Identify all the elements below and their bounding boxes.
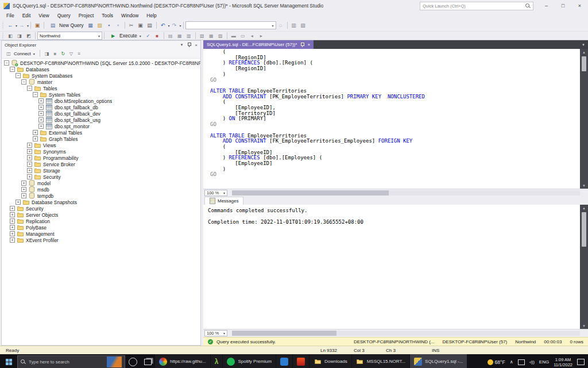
tab-close-icon[interactable]: ×: [307, 42, 310, 47]
expand-toggle[interactable]: +: [10, 218, 15, 224]
menu-help[interactable]: Help: [142, 12, 160, 20]
execute-button[interactable]: ▶Execute▾: [106, 32, 144, 39]
cut-icon[interactable]: ✂: [127, 21, 136, 29]
tree-item[interactable]: +dbo.MSreplication_options: [2, 98, 200, 104]
tree-item[interactable]: +Views: [2, 142, 200, 148]
refresh-icon[interactable]: ↻: [60, 50, 67, 57]
document-tab[interactable]: SQLQuery1.sql - DE...FC8R8NP\User (57))*…: [203, 40, 314, 49]
paste-icon[interactable]: ▤: [146, 21, 154, 29]
indent-increase-icon[interactable]: ▸: [257, 32, 265, 39]
back-icon[interactable]: ←: [6, 21, 14, 29]
display-tray-icon[interactable]: [518, 359, 525, 365]
tree-item[interactable]: +Server Objects: [2, 212, 200, 218]
cortana-button[interactable]: [125, 354, 140, 368]
comment-icon[interactable]: ▬: [230, 32, 238, 39]
messages-text[interactable]: Commands completed successfully. Complet…: [203, 205, 580, 329]
expand-toggle[interactable]: +: [21, 181, 26, 186]
menu-window[interactable]: Window: [117, 12, 142, 20]
filter-icon[interactable]: ▽: [68, 50, 75, 57]
tree-item[interactable]: +Programmability: [2, 155, 200, 161]
scrollbar-thumb[interactable]: [232, 331, 336, 336]
expand-toggle[interactable]: +: [27, 149, 32, 154]
indent-decrease-icon[interactable]: ◂: [248, 32, 256, 39]
tree-item[interactable]: +Synonyms: [2, 148, 200, 155]
tree-item[interactable]: +msdb: [2, 186, 200, 193]
expand-toggle[interactable]: +: [16, 200, 21, 205]
expand-toggle[interactable]: +: [38, 111, 44, 116]
expand-toggle[interactable]: +: [10, 206, 15, 211]
activity-monitor-icon[interactable]: ▣: [33, 21, 41, 29]
collapse-toggle[interactable]: −: [21, 79, 26, 85]
expand-toggle[interactable]: +: [27, 143, 32, 148]
tree-item[interactable]: +XEvent Profiler: [2, 237, 200, 243]
tree-item[interactable]: +dbo.spt_monitor: [2, 123, 200, 129]
chevron-down-icon[interactable]: ▼: [180, 43, 183, 47]
expand-toggle[interactable]: +: [27, 174, 32, 179]
disconnect-icon[interactable]: ◨: [44, 50, 51, 57]
taskbar-app-button[interactable]: https://raw.githu...: [155, 354, 210, 368]
back-dropdown-icon[interactable]: ▾: [16, 24, 17, 28]
taskbar-app-button[interactable]: Downloads: [310, 354, 351, 368]
undo-dropdown-icon[interactable]: ▾: [168, 24, 170, 28]
scroll-down-icon[interactable]: ▼: [582, 182, 586, 189]
redo-dropdown-icon[interactable]: ▾: [180, 24, 181, 28]
tree-item[interactable]: +PolyBase: [2, 224, 200, 231]
taskbar-app-button[interactable]: SQLQuery1.sql -...: [410, 354, 467, 368]
generic-combo[interactable]: ▾: [185, 21, 276, 29]
tree-item[interactable]: +Security: [2, 174, 200, 180]
save-icon[interactable]: ▪: [105, 21, 113, 29]
open-file-icon[interactable]: ▨: [96, 21, 104, 29]
scrollbar-thumb[interactable]: [582, 56, 586, 71]
taskbar-app-button[interactable]: λ: [211, 354, 223, 368]
connect-icon[interactable]: ◧: [6, 32, 14, 39]
action-center-icon[interactable]: [577, 359, 585, 365]
disconnect-icon[interactable]: ◨: [16, 32, 24, 39]
collapse-toggle[interactable]: −: [4, 60, 9, 66]
start-button[interactable]: [0, 354, 17, 368]
tree-item[interactable]: −master: [2, 79, 200, 85]
tree-item[interactable]: −Databases: [2, 66, 200, 72]
editor-vertical-scrollbar[interactable]: ▲ ▼: [580, 49, 588, 189]
menu-edit[interactable]: Edit: [18, 12, 35, 20]
object-explorer-header[interactable]: Object Explorer ▼ ×: [2, 41, 200, 49]
tree-item[interactable]: +Management: [2, 231, 200, 237]
menu-view[interactable]: View: [34, 12, 53, 20]
toolbar-drag-handle[interactable]: [2, 32, 4, 39]
find-icon[interactable]: ◌: [277, 21, 285, 29]
tree-item[interactable]: +dbo.spt_fallback_usg: [2, 117, 200, 123]
tree-item[interactable]: +Security: [2, 205, 200, 212]
editor-horizontal-scrollbar[interactable]: [232, 190, 580, 195]
editor-zoom-selector[interactable]: 100 % ▾: [204, 190, 227, 196]
undo-icon[interactable]: ↶: [159, 21, 167, 29]
expand-toggle[interactable]: +: [10, 237, 15, 243]
language-indicator[interactable]: ENG: [539, 359, 549, 365]
cancel-icon[interactable]: ■: [153, 32, 161, 39]
expand-toggle[interactable]: +: [21, 187, 26, 192]
tree-item[interactable]: +tempdb: [2, 193, 200, 199]
scrollbar-thumb[interactable]: [582, 212, 586, 247]
tab-messages[interactable]: Messages: [204, 197, 243, 205]
live-query-stats-icon[interactable]: ▥: [185, 32, 193, 39]
expand-toggle[interactable]: +: [38, 98, 44, 103]
messages-vertical-scrollbar[interactable]: ▲ ▼: [580, 205, 588, 329]
object-explorer-tree[interactable]: −DESKTOP-FC8R8NP\NORTHWIND (SQL Server 1…: [2, 59, 200, 345]
expand-toggle[interactable]: +: [10, 225, 15, 230]
expand-toggle[interactable]: +: [10, 212, 15, 217]
close-panel-icon[interactable]: ×: [195, 43, 198, 48]
messages-zoom-selector[interactable]: 100 % ▾: [204, 330, 227, 336]
expand-toggle[interactable]: +: [33, 136, 38, 141]
misc-1-icon[interactable]: ▥: [290, 21, 298, 29]
collapse-toggle[interactable]: −: [27, 86, 32, 91]
new-query-button[interactable]: ▤New Query: [46, 21, 86, 29]
expand-toggle[interactable]: +: [33, 130, 38, 135]
minimize-button[interactable]: –: [538, 0, 555, 12]
tree-item[interactable]: +Storage: [2, 167, 200, 174]
network-tray-icon[interactable]: ◃)): [529, 359, 535, 365]
task-view-button[interactable]: [140, 354, 155, 368]
pin-icon[interactable]: [187, 42, 191, 48]
expand-toggle[interactable]: +: [38, 105, 44, 110]
tree-item[interactable]: −System Databases: [2, 72, 200, 79]
expand-toggle[interactable]: +: [27, 155, 32, 160]
forward-dropdown-icon[interactable]: ▾: [27, 24, 29, 28]
expand-toggle[interactable]: +: [38, 124, 44, 129]
